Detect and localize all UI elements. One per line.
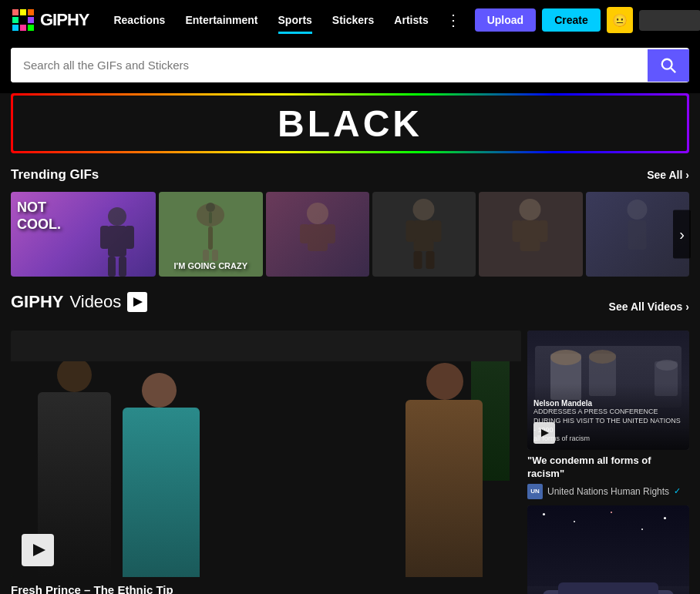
nav-item-artists[interactable]: Artists (385, 9, 437, 31)
svg-rect-35 (539, 220, 548, 242)
gif-item[interactable] (479, 192, 582, 277)
logo-text: GIPHY (40, 10, 89, 30)
side-video-1-play-button[interactable] (533, 422, 555, 444)
svg-rect-11 (108, 226, 126, 257)
side-video-1-title: "We condemn all forms of racism" (527, 455, 689, 481)
svg-rect-29 (432, 220, 442, 242)
gif-grid: NOTCOOL. I'M GOING CRAZY (11, 192, 689, 277)
main-nav: Reactions Entertainment Sports Stickers … (104, 8, 466, 32)
banner-text: BLACK (278, 102, 422, 145)
gif-item[interactable]: I'M GOING CRAZY (159, 192, 262, 277)
see-all-gifs[interactable]: See All › (647, 169, 689, 181)
trending-title: Trending GIFs (11, 167, 99, 183)
search-input[interactable] (11, 48, 648, 82)
svg-rect-17 (208, 227, 213, 250)
svg-rect-13 (125, 226, 134, 249)
main-video-bg (11, 331, 521, 577)
side-video-1[interactable]: Nelson Mandela ADDRESSES A PRESS CONFERE… (527, 331, 689, 499)
svg-rect-21 (212, 250, 218, 261)
gif-figure (94, 207, 140, 277)
search-button[interactable] (648, 49, 689, 82)
avatar[interactable]: 😐 (607, 7, 633, 33)
svg-rect-34 (513, 220, 522, 242)
giphy-logo-icon (11, 8, 35, 32)
svg-rect-24 (300, 224, 309, 243)
search-section (0, 40, 700, 93)
see-all-videos[interactable]: See All Videos › (609, 300, 689, 313)
gif-figure-6 (616, 196, 658, 269)
svg-point-36 (627, 200, 647, 220)
nav-item-sports[interactable]: Sports (269, 9, 321, 31)
trending-header: Trending GIFs See All › (11, 167, 689, 183)
channel-name: United Nations Human Rights (547, 486, 669, 497)
svg-rect-1 (12, 17, 19, 23)
videos-title-group: GIPHY Videos (11, 292, 147, 312)
svg-rect-28 (406, 220, 416, 242)
svg-rect-30 (414, 251, 422, 269)
banner-inner: BLACK (13, 96, 687, 151)
svg-point-8 (662, 59, 672, 69)
svg-rect-27 (414, 220, 434, 251)
car-scene (527, 505, 689, 594)
svg-rect-14 (108, 257, 116, 277)
svg-rect-19 (209, 212, 212, 223)
gif-overlay-going-crazy: I'M GOING CRAZY (162, 261, 259, 270)
main-video[interactable]: Fresh Prince – The Ethnic Tip (11, 331, 521, 594)
gif-item[interactable] (372, 192, 476, 277)
rainbow-banner[interactable]: BLACK (11, 93, 689, 153)
videos-section: GIPHY Videos See All Videos › (0, 277, 700, 594)
svg-point-26 (413, 199, 435, 220)
gif-ostrich (191, 200, 230, 261)
gif-item[interactable]: NOTCOOL. (11, 192, 156, 277)
header: GIPHY Reactions Entertainment Sports Sti… (0, 0, 700, 40)
nav-item-stickers[interactable]: Stickers (323, 9, 383, 31)
play-icon (541, 429, 549, 437)
fresh-prince-scene (11, 331, 521, 577)
video-sidebar: Nelson Mandela ADDRESSES A PRESS CONFERE… (527, 331, 689, 594)
svg-rect-3 (20, 9, 26, 15)
svg-rect-23 (308, 224, 328, 251)
svg-rect-15 (119, 257, 126, 277)
svg-rect-7 (28, 25, 34, 31)
svg-rect-6 (20, 25, 26, 31)
videos-word: Videos (69, 292, 121, 312)
gif-figure-4 (403, 196, 446, 269)
side-video-2-bg (527, 505, 689, 594)
svg-rect-37 (628, 220, 646, 250)
svg-rect-0 (12, 9, 19, 15)
verified-badge-icon: ✓ (674, 486, 681, 496)
svg-rect-2 (12, 25, 19, 31)
side-video-2[interactable]: Don Toliver – After Party (527, 505, 689, 594)
svg-rect-12 (100, 226, 109, 249)
create-button[interactable]: Create (542, 8, 601, 32)
channel-avatar: UN (527, 484, 543, 499)
play-icon-box (127, 292, 147, 312)
svg-point-32 (520, 199, 541, 220)
svg-rect-20 (203, 250, 209, 261)
search-bar (11, 48, 689, 82)
upload-button[interactable]: Upload (475, 8, 536, 32)
header-right: Upload Create 😐 ▾ (475, 7, 700, 33)
svg-rect-25 (326, 224, 335, 243)
nav-more-dots[interactable]: ⋮ (439, 8, 467, 32)
side-video-1-bg: Nelson Mandela ADDRESSES A PRESS CONFERE… (527, 331, 689, 450)
chevron-right-icon: › (685, 169, 689, 181)
trending-section: Trending GIFs See All › NOTCOOL. (0, 153, 700, 277)
user-dropdown[interactable]: ▾ (639, 10, 700, 31)
gif-next-button[interactable]: › (673, 210, 691, 259)
gif-item[interactable] (266, 192, 369, 277)
mandela-name: Nelson Mandela (533, 399, 683, 408)
nav-item-reactions[interactable]: Reactions (104, 9, 174, 31)
svg-rect-5 (28, 17, 34, 23)
main-video-title: Fresh Prince – The Ethnic Tip (11, 583, 521, 594)
search-icon (660, 57, 677, 74)
main-video-play-button[interactable] (22, 534, 54, 566)
logo[interactable]: GIPHY (11, 8, 89, 32)
side-video-1-info: "We condemn all forms of racism" UN Unit… (527, 455, 689, 499)
nav-item-entertainment[interactable]: Entertainment (176, 9, 267, 31)
svg-rect-31 (426, 251, 435, 269)
gif-figure-5 (510, 196, 552, 269)
svg-point-18 (206, 203, 215, 212)
svg-point-22 (307, 203, 328, 224)
svg-rect-33 (520, 220, 540, 251)
